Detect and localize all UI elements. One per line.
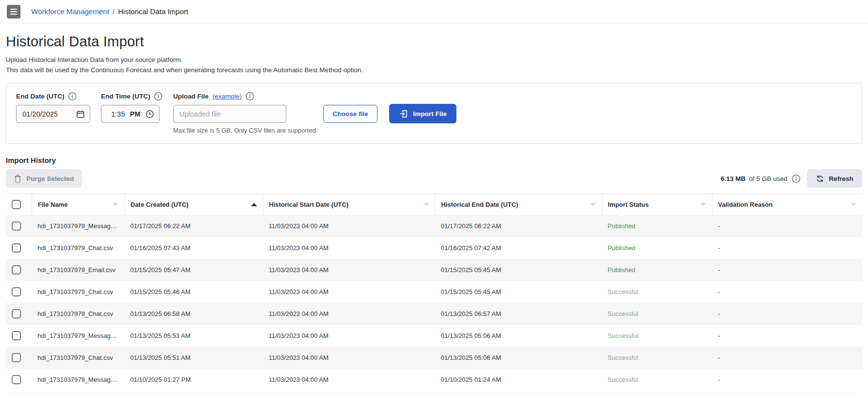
import-status-cell: Published xyxy=(602,237,712,259)
select-all-checkbox[interactable] xyxy=(12,200,21,209)
table-row[interactable]: hdi_1731037979_Chat.csv 01/13/2025 06:58… xyxy=(6,303,862,325)
date-created-cell: 01/15/2025 05:47 AM xyxy=(124,259,263,281)
validation-reason-cell: - xyxy=(712,281,862,303)
table-row[interactable]: hdi_1731037979_Chat.csv 01/16/2025 07:43… xyxy=(6,237,862,259)
table-header-row: File NameDate Created (UTC)Historical St… xyxy=(6,194,862,215)
breadcrumb-workforce-management-link[interactable]: Workforce Management xyxy=(31,7,109,16)
info-icon[interactable] xyxy=(246,92,254,100)
purge-selected-label: Purge Selected xyxy=(26,175,74,182)
table-row[interactable]: hdi_1731037979_Message... 01/10/2025 01:… xyxy=(6,369,862,391)
import-status-cell: Successful xyxy=(602,281,712,303)
historical-end-cell: 01/15/2025 05:45 AM xyxy=(435,281,602,303)
table-row[interactable]: hdi_1731037979_Chat.csv 01/15/2025 05:46… xyxy=(6,281,862,303)
storage-usage: 6.13 MB of 5 GB used xyxy=(721,175,800,183)
historical-start-cell: 11/03/2023 04:00 AM xyxy=(263,259,435,281)
info-icon[interactable] xyxy=(792,175,800,183)
date-created-cell: 01/13/2025 06:58 AM xyxy=(124,303,263,325)
info-icon[interactable] xyxy=(154,92,162,100)
import-status-cell: Published xyxy=(602,215,712,237)
trash-icon xyxy=(14,174,22,183)
choose-file-button[interactable]: Choose file xyxy=(323,105,377,123)
file-name-cell: hdi_1731037979_Chat.csv xyxy=(32,347,124,369)
row-checkbox[interactable] xyxy=(12,221,21,231)
end-date-input[interactable]: 01/20/2025 xyxy=(16,105,90,123)
end-date-value: 01/20/2025 xyxy=(22,110,58,118)
column-header-historical-start-date-utc-[interactable]: Historical Start Date (UTC) xyxy=(263,194,435,215)
date-created-cell: 01/13/2025 05:53 AM xyxy=(124,325,263,347)
historical-end-cell: 01/17/2025 06:22 AM xyxy=(435,215,602,237)
file-name-cell: hdi_1731037979_Email.csv xyxy=(32,259,124,281)
meridiem-toggle[interactable]: PM xyxy=(130,110,140,118)
calendar-icon[interactable] xyxy=(76,110,85,118)
historical-start-cell: 11/03/2023 04:00 AM xyxy=(263,347,435,369)
column-header-file-name[interactable]: File Name xyxy=(32,194,124,215)
table-row[interactable]: hdi_1731037979_Message... 01/13/2025 05:… xyxy=(6,325,862,347)
row-checkbox[interactable] xyxy=(12,375,21,384)
row-checkbox[interactable] xyxy=(12,331,21,340)
historical-end-cell: 01/15/2025 05:45 AM xyxy=(435,259,602,281)
column-header-date-created-utc-[interactable]: Date Created (UTC) xyxy=(124,194,263,215)
info-icon[interactable] xyxy=(68,92,77,100)
historical-start-cell: 11/03/2023 04:00 AM xyxy=(263,281,435,303)
date-created-cell: 01/15/2025 05:46 AM xyxy=(124,281,263,303)
import-status-cell: Successful xyxy=(602,303,712,325)
row-checkbox[interactable] xyxy=(12,265,21,275)
column-header-validation-reason[interactable]: Validation Reason xyxy=(712,194,862,215)
example-link[interactable]: (example) xyxy=(213,93,242,100)
top-bar: Workforce Management / Historical Data I… xyxy=(0,0,868,23)
breadcrumb-separator: / xyxy=(113,7,115,16)
hamburger-menu-button[interactable] xyxy=(7,5,20,19)
historical-start-cell: 11/03/2023 04:00 AM xyxy=(263,215,435,237)
refresh-icon xyxy=(816,175,824,183)
historical-end-cell: 01/13/2025 05:06 AM xyxy=(435,325,602,347)
import-history-table: File NameDate Created (UTC)Historical St… xyxy=(6,194,862,391)
column-header-historical-end-date-utc-[interactable]: Historical End Date (UTC) xyxy=(435,194,602,215)
historical-end-cell: 01/13/2025 05:06 AM xyxy=(435,347,602,369)
historical-start-cell: 11/03/2023 04:00 AM xyxy=(263,369,435,391)
refresh-label: Refresh xyxy=(829,175,853,182)
file-name-cell: hdi_1731037979_Message... xyxy=(32,215,124,237)
page-title: Historical Data Import xyxy=(6,34,862,50)
import-file-button[interactable]: Import File xyxy=(389,104,456,123)
uploaded-file-input[interactable]: Uploaded file xyxy=(173,105,286,123)
historical-start-cell: 11/03/2023 04:00 AM xyxy=(263,237,435,259)
table-row[interactable]: hdi_1731037979_Email.csv 01/15/2025 05:4… xyxy=(6,259,862,281)
validation-reason-cell: - xyxy=(712,325,862,347)
validation-reason-cell: - xyxy=(712,237,862,259)
row-checkbox[interactable] xyxy=(12,243,21,253)
end-time-value: 1:35 xyxy=(111,110,125,118)
sort-icon xyxy=(113,203,118,206)
sort-icon xyxy=(590,203,596,206)
page-description-line2: This data will be used by the Continuous… xyxy=(6,65,862,75)
sort-icon xyxy=(423,203,429,206)
file-size-help-text: Max file size is 5 GB. Only CSV files ar… xyxy=(173,127,317,134)
sort-icon xyxy=(700,203,706,206)
sort-icon xyxy=(850,203,856,206)
end-date-field: End Date (UTC) 01/20/2025 xyxy=(16,92,90,123)
import-status-cell: Successful xyxy=(602,325,712,347)
end-time-input[interactable]: 1:35 PM xyxy=(101,105,159,123)
end-time-label: End Time (UTC) xyxy=(101,93,150,100)
import-status-cell: Successful xyxy=(602,369,712,391)
import-status-cell: Successful xyxy=(602,347,712,369)
date-created-cell: 01/10/2025 01:27 PM xyxy=(124,369,263,391)
validation-reason-cell: - xyxy=(712,303,862,325)
hamburger-icon xyxy=(10,9,17,10)
purge-selected-button[interactable]: Purge Selected xyxy=(6,169,82,188)
import-file-label: Import File xyxy=(413,110,447,118)
row-checkbox[interactable] xyxy=(12,287,21,296)
storage-of-text: of 5 GB used xyxy=(749,175,788,182)
end-time-field: End Time (UTC) 1:35 PM xyxy=(101,92,162,123)
historical-end-cell: 01/16/2025 07:42 AM xyxy=(435,237,602,259)
row-checkbox[interactable] xyxy=(12,353,21,362)
refresh-button[interactable]: Refresh xyxy=(807,169,862,188)
import-history-table-body: hdi_1731037979_Message... 01/17/2025 06:… xyxy=(6,215,862,391)
table-row[interactable]: hdi_1731037979_Message... 01/17/2025 06:… xyxy=(6,215,862,237)
uploaded-file-placeholder: Uploaded file xyxy=(179,110,221,118)
clock-icon[interactable] xyxy=(145,110,154,118)
column-header-import-status[interactable]: Import Status xyxy=(602,194,712,215)
row-checkbox[interactable] xyxy=(12,309,21,318)
table-row[interactable]: hdi_1731037979_Chat.csv 01/13/2025 05:51… xyxy=(6,347,862,369)
file-name-cell: hdi_1731037979_Message... xyxy=(32,369,124,391)
end-date-label: End Date (UTC) xyxy=(16,93,64,100)
